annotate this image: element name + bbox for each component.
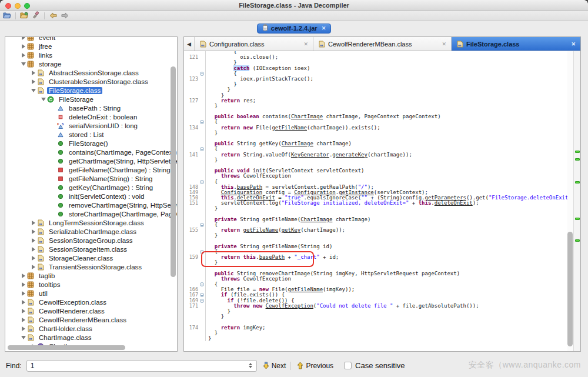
chevron-right-icon[interactable] <box>30 229 37 234</box>
tree-item[interactable]: storeChartImage(ChartImage, PageC <box>5 209 177 218</box>
tree-item[interactable]: basePath : String <box>5 104 177 112</box>
zoom-window-button[interactable] <box>24 3 30 9</box>
tree-item[interactable]: ClusterableSessionStorage.class <box>5 77 177 86</box>
tab-close-icon[interactable]: ✕ <box>292 41 308 47</box>
tree-item[interactable]: deleteOnExit : boolean <box>5 112 177 121</box>
fold-marker-icon[interactable] <box>199 119 206 125</box>
ruler-mark[interactable] <box>575 181 580 184</box>
chevron-down-icon[interactable] <box>30 89 37 92</box>
code-vertical-scrollbar[interactable] <box>567 232 573 346</box>
code-link[interactable]: generateKey <box>332 152 368 158</box>
chevron-right-icon[interactable] <box>20 282 27 287</box>
tree-item[interactable]: CewolfRendererMBean.class <box>5 315 177 324</box>
chevron-right-icon[interactable] <box>30 256 37 261</box>
jar-tab-close-icon[interactable]: ✕ <box>322 25 326 31</box>
tree-item[interactable]: SerializableChartImage.class <box>5 227 177 236</box>
fold-marker-icon[interactable] <box>199 249 206 255</box>
search-button[interactable] <box>31 12 41 20</box>
code-link[interactable]: getKey <box>282 227 301 233</box>
code-link[interactable]: basePath <box>259 254 285 260</box>
ruler-mark[interactable] <box>575 151 580 153</box>
code-link[interactable]: CewolfException <box>266 303 313 309</box>
tab-close-icon[interactable]: ✕ <box>559 41 576 47</box>
tab-filestorage-class[interactable]: FileStorage.class ✕ <box>452 37 580 51</box>
tree-item[interactable]: CFileStorage <box>5 95 177 104</box>
tree-item[interactable]: tooltips <box>5 280 177 289</box>
tree-vertical-scrollbar[interactable] <box>171 66 176 277</box>
tree-item[interactable]: util <box>5 289 177 298</box>
tree-item[interactable]: getChartImage(String, HttpServletRe <box>5 156 177 165</box>
fold-marker-icon[interactable] <box>199 179 206 185</box>
tree-item[interactable]: ChartImage.class <box>5 333 177 342</box>
code-link[interactable]: getFileName <box>272 125 307 131</box>
chevron-right-icon[interactable] <box>20 273 27 278</box>
chevron-right-icon[interactable] <box>30 221 37 225</box>
find-input[interactable] <box>26 360 257 372</box>
minimize-window-button[interactable] <box>15 3 21 9</box>
tree-item[interactable]: CewolfException.class <box>5 298 177 306</box>
fold-marker-icon[interactable] <box>199 282 206 287</box>
tab-scroll-left-button[interactable]: ◀ <box>184 37 195 51</box>
chevron-right-icon[interactable] <box>30 247 37 252</box>
chevron-right-icon[interactable] <box>30 238 37 243</box>
chevron-right-icon[interactable] <box>20 44 27 49</box>
tree-item[interactable]: FileStorage() <box>5 139 177 148</box>
tab-configuration-class[interactable]: Configuration.class ✕ <box>195 37 313 51</box>
chevron-right-icon[interactable] <box>20 53 27 58</box>
open-type-button[interactable] <box>19 12 29 20</box>
tree-item[interactable]: FSserialVersionUID : long <box>5 121 177 130</box>
code-link[interactable]: KeyGenerator <box>291 152 329 158</box>
chevron-down-icon[interactable] <box>20 336 27 339</box>
tree-item[interactable]: contains(ChartImage, PageContext) <box>5 148 177 156</box>
find-history-stepper[interactable] <box>248 362 254 370</box>
tree-item[interactable]: TransientSessionStorage.class <box>5 262 177 271</box>
fold-marker-icon[interactable] <box>199 292 206 298</box>
chevron-right-icon[interactable] <box>20 326 27 331</box>
tree-item[interactable]: ChartHolder.class <box>5 324 177 333</box>
tree-item[interactable]: stored : List <box>5 130 177 139</box>
tree-item[interactable]: links <box>5 51 177 59</box>
chevron-right-icon[interactable] <box>20 36 27 40</box>
chevron-right-icon[interactable] <box>20 318 27 322</box>
close-window-button[interactable] <box>5 3 11 9</box>
fold-marker-icon[interactable] <box>199 146 206 152</box>
chevron-right-icon[interactable] <box>30 265 37 269</box>
ruler-mark[interactable] <box>575 158 580 161</box>
tree-horizontal-scrollbar[interactable] <box>8 345 125 350</box>
tree-item[interactable]: jfree <box>5 42 177 51</box>
code-link[interactable]: getFileName <box>243 227 279 233</box>
tree-item[interactable]: storage <box>5 59 177 68</box>
chevron-down-icon[interactable] <box>20 62 27 66</box>
open-file-button[interactable] <box>2 12 12 20</box>
code-link[interactable]: ChartImage <box>282 141 313 146</box>
tree-item[interactable]: getKey(ChartImage) : String <box>5 183 177 192</box>
chevron-right-icon[interactable] <box>30 79 37 84</box>
chevron-right-icon[interactable] <box>20 309 27 313</box>
chevron-right-icon[interactable] <box>20 291 27 296</box>
code-link[interactable]: deleteOnExit <box>435 200 473 206</box>
tree-item[interactable]: init(ServletContext) : void <box>5 192 177 201</box>
tree-item[interactable]: SessionStorageItem.class <box>5 245 177 253</box>
tab-cewolfrenderermbean-class[interactable]: CewolfRendererMBean.class ✕ <box>313 37 452 51</box>
code-link[interactable]: ChartImage <box>300 216 332 222</box>
code-link[interactable]: ChartImage <box>291 114 323 119</box>
chevron-down-icon[interactable] <box>40 98 47 101</box>
tab-close-icon[interactable]: ✕ <box>430 41 446 47</box>
tree-item[interactable]: AbstractSessionStorage.class <box>5 68 177 77</box>
chevron-right-icon[interactable] <box>20 300 27 305</box>
tree-item[interactable]: removeChartImage(String, HttpServl <box>5 201 177 209</box>
fold-marker-icon[interactable] <box>199 71 206 76</box>
tree-item[interactable]: getFileName(String) : String <box>5 174 177 183</box>
code-link[interactable]: getFileName <box>288 286 323 292</box>
tree-item[interactable]: StorageCleaner.class <box>5 253 177 262</box>
fold-marker-icon[interactable] <box>199 298 206 303</box>
case-sensitive-checkbox[interactable] <box>344 362 352 369</box>
tree-item[interactable]: event <box>5 36 177 42</box>
ruler-mark[interactable] <box>575 239 580 242</box>
chevron-right-icon[interactable] <box>30 71 37 75</box>
find-previous-button[interactable]: Previous <box>297 362 333 370</box>
tree-item[interactable]: CewolfRenderer.class <box>5 306 177 315</box>
tree-item[interactable]: SessionStorageGroup.class <box>5 236 177 245</box>
tree-item[interactable]: taglib <box>5 271 177 280</box>
forward-button[interactable] <box>60 12 69 20</box>
